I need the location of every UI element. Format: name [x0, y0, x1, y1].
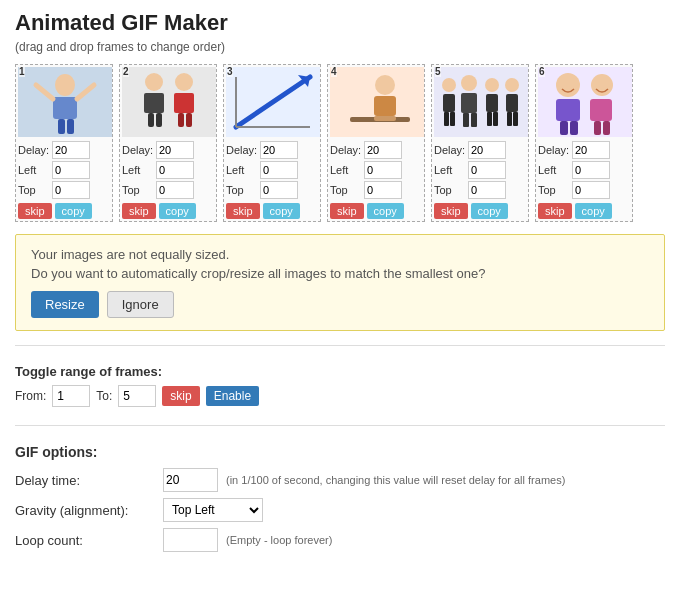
- frame-left-input-6[interactable]: [572, 161, 610, 179]
- frame-left-label-6: Left: [538, 164, 572, 176]
- frame-card-2: 2 Delay: Left Top: [119, 64, 217, 222]
- frame-image-6: [538, 67, 632, 137]
- svg-rect-30: [450, 112, 455, 126]
- svg-rect-25: [374, 116, 396, 121]
- frame-top-label-4: Top: [330, 184, 364, 196]
- frame-delay-input-2[interactable]: [156, 141, 194, 159]
- svg-rect-37: [487, 112, 492, 126]
- frame-skip-button-4[interactable]: skip: [330, 203, 364, 219]
- frame-left-row-6: Left: [538, 161, 630, 179]
- frame-copy-button-3[interactable]: copy: [263, 203, 300, 219]
- gif-options-section: GIF options: Delay time: (in 1/100 of se…: [15, 436, 665, 566]
- frame-left-input-3[interactable]: [260, 161, 298, 179]
- frame-skip-button-1[interactable]: skip: [18, 203, 52, 219]
- gravity-label: Gravity (alignment):: [15, 503, 155, 518]
- resize-button[interactable]: Resize: [31, 291, 99, 318]
- frame-delay-label-5: Delay:: [434, 144, 468, 156]
- frame-left-input-5[interactable]: [468, 161, 506, 179]
- frame-delay-input-3[interactable]: [260, 141, 298, 159]
- frame-copy-button-6[interactable]: copy: [575, 203, 612, 219]
- frame-delay-row-5: Delay:: [434, 141, 526, 159]
- svg-rect-45: [556, 99, 580, 121]
- svg-rect-47: [570, 121, 578, 135]
- frame-delay-row-3: Delay:: [226, 141, 318, 159]
- frame-card-1: 1 Delay: Left Top: [15, 64, 113, 222]
- frame-delay-label-1: Delay:: [18, 144, 52, 156]
- range-enable-button[interactable]: Enable: [206, 386, 259, 406]
- frame-top-row-2: Top: [122, 181, 214, 199]
- delay-time-note: (in 1/100 of second, changing this value…: [226, 474, 565, 486]
- svg-rect-36: [486, 94, 498, 112]
- frame-delay-label-2: Delay:: [122, 144, 156, 156]
- svg-rect-33: [463, 113, 469, 127]
- frame-top-input-6[interactable]: [572, 181, 610, 199]
- frame-delay-input-4[interactable]: [364, 141, 402, 159]
- frame-left-input-4[interactable]: [364, 161, 402, 179]
- to-input[interactable]: [118, 385, 156, 407]
- frame-top-input-1[interactable]: [52, 181, 90, 199]
- frame-card-6: 6 Delay: Left Top: [535, 64, 633, 222]
- frame-left-row-5: Left: [434, 161, 526, 179]
- svg-rect-7: [122, 67, 216, 137]
- delay-time-input[interactable]: [163, 468, 218, 492]
- loop-count-row: Loop count: (Empty - loop forever): [15, 528, 665, 552]
- svg-point-44: [556, 73, 580, 97]
- frame-card-4: 4 Delay: Left Top skip: [327, 64, 425, 222]
- frame-copy-button-4[interactable]: copy: [367, 203, 404, 219]
- range-skip-button[interactable]: skip: [162, 386, 199, 406]
- frame-delay-row-6: Delay:: [538, 141, 630, 159]
- svg-rect-43: [538, 67, 632, 137]
- loop-count-input[interactable]: [163, 528, 218, 552]
- frame-left-input-1[interactable]: [52, 161, 90, 179]
- frame-top-input-2[interactable]: [156, 181, 194, 199]
- frame-delay-input-5[interactable]: [468, 141, 506, 159]
- frame-copy-button-5[interactable]: copy: [471, 203, 508, 219]
- frame-card-5: 5 Delay:: [431, 64, 529, 222]
- ignore-button[interactable]: Ignore: [107, 291, 174, 318]
- svg-rect-40: [506, 94, 518, 112]
- from-input[interactable]: [52, 385, 90, 407]
- frame-delay-input-1[interactable]: [52, 141, 90, 159]
- frame-skip-button-3[interactable]: skip: [226, 203, 260, 219]
- svg-rect-51: [603, 121, 610, 135]
- frame-top-label-1: Top: [18, 184, 52, 196]
- frame-top-label-3: Top: [226, 184, 260, 196]
- frame-number-5: 5: [435, 67, 441, 77]
- svg-point-31: [461, 75, 477, 91]
- svg-point-12: [175, 73, 193, 91]
- page-subtitle: (drag and drop frames to change order): [15, 40, 665, 54]
- loop-count-note: (Empty - loop forever): [226, 534, 332, 546]
- frame-copy-button-1[interactable]: copy: [55, 203, 92, 219]
- frame-left-row-2: Left: [122, 161, 214, 179]
- frame-top-row-5: Top: [434, 181, 526, 199]
- frame-delay-label-4: Delay:: [330, 144, 364, 156]
- frame-top-input-3[interactable]: [260, 181, 298, 199]
- svg-rect-41: [507, 112, 512, 126]
- frame-skip-button-6[interactable]: skip: [538, 203, 572, 219]
- frame-skip-button-2[interactable]: skip: [122, 203, 156, 219]
- svg-rect-9: [144, 93, 164, 113]
- frame-card-3: 3 Delay: Left Top skip: [223, 64, 321, 222]
- svg-rect-5: [58, 119, 65, 134]
- frame-delay-row-1: Delay:: [18, 141, 110, 159]
- frame-number-6: 6: [539, 67, 545, 77]
- gravity-select[interactable]: Top LeftTopTop RightLeftCenterRightBotto…: [163, 498, 263, 522]
- frame-left-input-2[interactable]: [156, 161, 194, 179]
- svg-rect-13: [174, 93, 194, 113]
- frame-delay-input-6[interactable]: [572, 141, 610, 159]
- frame-left-row-4: Left: [330, 161, 422, 179]
- frame-top-input-4[interactable]: [364, 181, 402, 199]
- frame-top-row-4: Top: [330, 181, 422, 199]
- frame-number-2: 2: [123, 67, 129, 77]
- frame-copy-button-2[interactable]: copy: [159, 203, 196, 219]
- frame-delay-label-3: Delay:: [226, 144, 260, 156]
- frame-skip-button-5[interactable]: skip: [434, 203, 468, 219]
- svg-rect-28: [443, 94, 455, 112]
- svg-point-39: [505, 78, 519, 92]
- frame-top-label-5: Top: [434, 184, 468, 196]
- warning-line1: Your images are not equally sized.: [31, 247, 649, 262]
- svg-rect-11: [156, 113, 162, 127]
- frame-top-input-5[interactable]: [468, 181, 506, 199]
- frame-number-4: 4: [331, 67, 337, 77]
- toggle-range-section: Toggle range of frames: From: To: skip E…: [15, 356, 665, 415]
